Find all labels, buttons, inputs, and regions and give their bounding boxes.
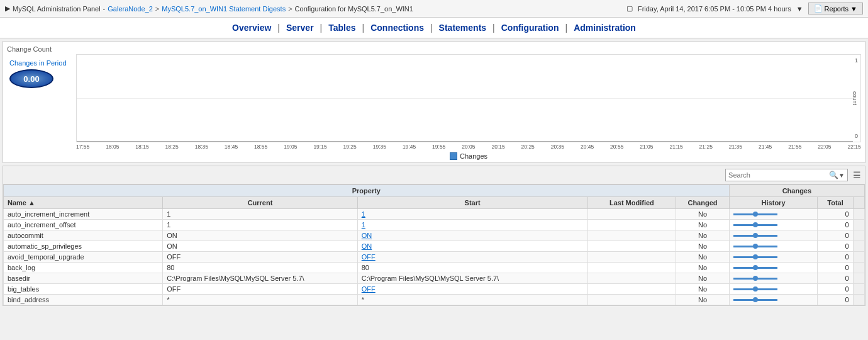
history-bar — [733, 256, 777, 258]
x-label: 21:15 — [669, 144, 682, 150]
cell-history — [729, 220, 818, 230]
cell-total: 0 — [818, 263, 853, 273]
cell-name: avoid_temporal_upgrade — [4, 252, 163, 263]
app-title: MySQL Administration Panel — [13, 5, 101, 13]
cell-changed: No — [676, 230, 730, 241]
changes-value: 0.00 — [9, 69, 53, 88]
cell-total: 0 — [818, 220, 853, 230]
start-link[interactable]: OFF — [362, 253, 376, 261]
history-bar — [733, 299, 777, 301]
search-icon[interactable]: 🔍 — [829, 171, 838, 179]
table-row: automatic_sp_privileges ON ON No 0 — [4, 241, 865, 252]
cell-current: ON — [163, 241, 358, 252]
table-section: 🔍 ▼ ☰ Property Changes Name ▲ Current St… — [3, 166, 865, 306]
tab-connections[interactable]: Connections — [370, 23, 424, 33]
history-bar-wrap — [733, 299, 814, 301]
x-label: 19:55 — [432, 144, 445, 150]
tab-tables[interactable]: Tables — [328, 23, 355, 33]
history-bar-wrap — [733, 235, 814, 237]
x-label: 18:15 — [135, 144, 148, 150]
sort-asc-icon[interactable]: ▲ — [28, 199, 35, 207]
top-bar-right: ▢ Friday, April 14, 2017 6:05 PM - 10:05… — [626, 3, 863, 14]
tab-overview[interactable]: Overview — [232, 23, 271, 33]
history-bar — [733, 246, 777, 247]
history-bar — [733, 278, 777, 280]
cell-total: 0 — [818, 209, 853, 220]
start-link[interactable]: ON — [362, 232, 372, 239]
dropdown-icon[interactable]: ▼ — [796, 5, 803, 13]
table-row: bind_address * * No 0 — [4, 295, 865, 305]
changes-header: Changes — [729, 185, 864, 197]
start-value: C:\Program Files\MySQL\MySQL Server 5.7\ — [362, 275, 499, 282]
scrollbar-cell — [853, 220, 864, 230]
start-value: * — [362, 296, 364, 303]
history-bar — [733, 235, 777, 237]
search-input[interactable] — [728, 171, 829, 179]
x-label: 19:05 — [284, 144, 297, 150]
cell-name: big_tables — [4, 284, 163, 295]
cell-current: 1 — [163, 209, 358, 220]
x-label: 20:55 — [610, 144, 623, 150]
col-current-header: Current — [163, 197, 358, 209]
history-bar-wrap — [733, 213, 814, 215]
x-label: 21:45 — [759, 144, 772, 150]
tab-statements[interactable]: Statements — [439, 23, 486, 33]
cell-total: 0 — [818, 230, 853, 241]
start-link[interactable]: OFF — [362, 285, 376, 293]
cell-name: automatic_sp_privileges — [4, 241, 163, 252]
start-link[interactable]: 1 — [362, 210, 365, 218]
cell-history — [729, 284, 818, 295]
cell-last-modified — [587, 284, 676, 295]
cell-last-modified — [587, 295, 676, 305]
x-label: 21:05 — [640, 144, 653, 150]
changes-label: Changes in Period — [9, 59, 67, 67]
history-bar-wrap — [733, 256, 814, 258]
cell-name: basedir — [4, 273, 163, 284]
cell-history — [729, 241, 818, 252]
legend-label: Changes — [460, 152, 487, 160]
cell-history — [729, 295, 818, 305]
x-label: 20:15 — [491, 144, 504, 150]
tab-configuration[interactable]: Configuration — [501, 23, 559, 33]
cell-total: 0 — [818, 273, 853, 284]
top-bar: ▶ MySQL Administration Panel - GaleraNod… — [0, 0, 868, 18]
cell-name: back_log — [4, 263, 163, 273]
search-input-wrap[interactable]: 🔍 ▼ — [725, 169, 848, 181]
cell-last-modified — [587, 230, 676, 241]
cell-history — [729, 209, 818, 220]
tab-administration[interactable]: Administration — [574, 23, 636, 33]
cell-start: OFF — [357, 252, 587, 263]
cell-name: auto_increment_increment — [4, 209, 163, 220]
x-label: 20:05 — [462, 144, 475, 150]
x-axis: 17:55 18:05 18:15 18:25 18:35 18:45 18:5… — [76, 142, 861, 151]
cell-last-modified — [587, 220, 676, 230]
start-value: 80 — [362, 264, 369, 271]
history-bar — [733, 288, 777, 290]
history-bar — [733, 267, 777, 269]
breadcrumb-galera[interactable]: GaleraNode_2 — [108, 5, 153, 13]
scrollbar-cell — [853, 284, 864, 295]
breadcrumb-statement-digests[interactable]: MySQL5.7_on_WIN1 Statement Digests — [162, 5, 286, 13]
filter-icon[interactable]: ☰ — [853, 170, 861, 180]
cell-changed: No — [676, 273, 730, 284]
start-link[interactable]: ON — [362, 242, 372, 250]
start-link[interactable]: 1 — [362, 221, 365, 229]
table-row: avoid_temporal_upgrade OFF OFF No 0 — [4, 252, 865, 263]
table-row: big_tables OFF OFF No 0 — [4, 284, 865, 295]
reports-button[interactable]: 📄 Reports ▼ — [808, 3, 863, 14]
tab-server[interactable]: Server — [286, 23, 314, 33]
table-row: auto_increment_offset 1 1 No 0 — [4, 220, 865, 230]
y-label-0: 0 — [855, 133, 858, 139]
chart-legend: Changes — [76, 152, 861, 160]
search-dropdown-icon[interactable]: ▼ — [838, 172, 845, 179]
cell-current: 80 — [163, 263, 358, 273]
cell-start: 80 — [357, 263, 587, 273]
x-label: 17:55 — [76, 144, 89, 150]
x-label: 19:25 — [343, 144, 357, 150]
col-total-header: Total — [818, 197, 853, 209]
cell-changed: No — [676, 220, 730, 230]
x-label: 18:25 — [165, 144, 179, 150]
history-bar-wrap — [733, 224, 814, 226]
cell-history — [729, 263, 818, 273]
cell-total: 0 — [818, 252, 853, 263]
